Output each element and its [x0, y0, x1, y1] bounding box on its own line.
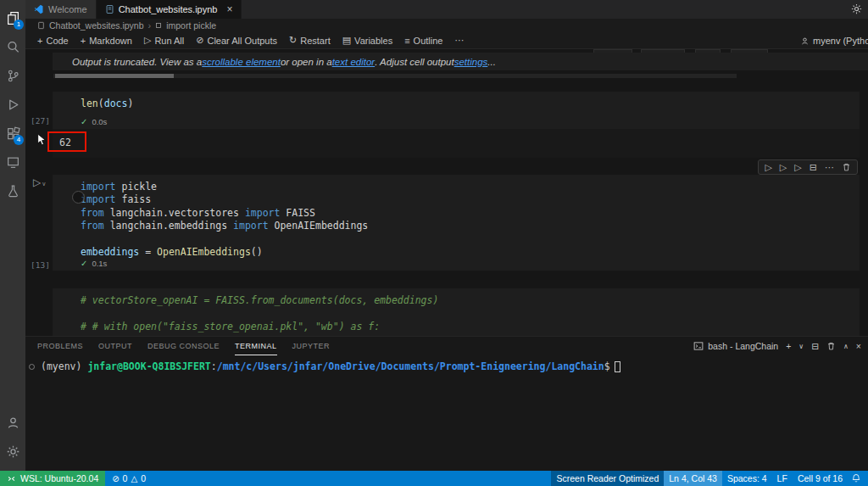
execute-above-icon[interactable]: ▷ [780, 162, 787, 173]
notebook-editor: Output is truncated. View as a scrollabl… [25, 49, 868, 336]
screen-reader-status[interactable]: Screen Reader Optimized [551, 471, 664, 486]
eol-status[interactable]: LF [772, 471, 793, 486]
panel-tab-debug-console[interactable]: DEBUG CONSOLE [147, 337, 220, 355]
code-cell-len-docs[interactable]: len(docs) ✓ 0.0s [53, 92, 860, 129]
breadcrumb-separator: › [148, 20, 152, 31]
vscode-logo-icon [34, 4, 44, 14]
breadcrumb-symbol[interactable]: import pickle [166, 20, 216, 31]
split-terminal-icon[interactable]: ⊟ [811, 341, 819, 351]
more-actions-icon[interactable]: ⋯ [825, 162, 834, 173]
breadcrumb[interactable]: Chatbot_websites.ipynb › import pickle [25, 19, 868, 32]
panel-tab-output[interactable]: OUTPUT [98, 337, 132, 355]
new-terminal-icon[interactable]: + [786, 341, 791, 351]
execute-below-icon[interactable]: ▷ [794, 162, 801, 173]
accounts-icon[interactable] [0, 408, 25, 437]
remote-label: WSL: Ubuntu-20.04 [20, 473, 98, 483]
restart-icon: ↻ [289, 35, 297, 46]
remote-indicator-icon [7, 474, 16, 483]
activity-bar: 1 4 [0, 0, 25, 471]
scrollable-element-link[interactable]: scrollable element [202, 57, 281, 67]
variables-button[interactable]: ▤ Variables [342, 35, 392, 46]
clear-icon: ⊘ [196, 35, 203, 46]
cell-position-status[interactable]: Cell 9 of 16 [793, 471, 848, 486]
execution-duration: 0.0s [92, 117, 107, 126]
extensions-icon[interactable]: 4 [0, 119, 25, 148]
scrollbar-thumb[interactable] [55, 74, 174, 78]
more-actions-button[interactable]: ⋯ [454, 35, 464, 46]
code-lines[interactable]: import pickleimport faissfrom langchain.… [81, 181, 368, 259]
error-icon: ⊘ [112, 474, 119, 483]
activity-bar-bottom [0, 408, 25, 466]
button-label: Outline [414, 36, 443, 46]
notebook-toolbar: + Code + Markdown ▷ Run All ⊘ Clear All … [25, 32, 868, 49]
remote-explorer-icon[interactable] [0, 148, 25, 176]
editor-tab-bar: Welcome Chatbot_websites.ipynb × [25, 0, 868, 19]
close-panel-icon[interactable]: × [856, 341, 861, 351]
chevron-down-icon[interactable]: ∨ [798, 343, 804, 350]
add-code-cell-button[interactable]: + Code [37, 36, 69, 46]
search-icon[interactable] [0, 32, 25, 61]
restart-kernel-button[interactable]: ↻ Restart [289, 35, 331, 46]
code-lines[interactable]: len(docs) [81, 98, 133, 110]
indentation-status[interactable]: Spaces: 4 [722, 471, 772, 486]
outline-icon: ≡ [404, 36, 409, 46]
terminal-selector[interactable]: bash - LangChain [693, 341, 778, 351]
ellipsis-icon: ⋯ [454, 35, 464, 46]
cell-output: 62 [53, 129, 860, 158]
command-decoration-icon [29, 364, 35, 370]
testing-icon[interactable] [0, 176, 25, 205]
panel-tab-terminal[interactable]: TERMINAL [235, 337, 277, 355]
notifications-bell-icon[interactable] [848, 473, 868, 483]
tab-chatbot-websites[interactable]: Chatbot_websites.ipynb × [97, 0, 242, 19]
kernel-label: myenv (Pytho [813, 36, 868, 46]
button-label: Code [46, 36, 68, 46]
tab-close-icon[interactable]: × [226, 3, 232, 15]
problems-summary[interactable]: ⊘ 0 △ 0 [112, 473, 146, 483]
manage-gear-icon[interactable] [0, 437, 25, 466]
panel-tab-problems[interactable]: PROBLEMS [37, 337, 83, 355]
warning-count: 0 [141, 473, 146, 483]
tab-welcome[interactable]: Welcome [25, 0, 97, 19]
outline-button[interactable]: ≡ Outline [404, 36, 442, 46]
maximize-panel-icon[interactable]: ∧ [843, 343, 849, 350]
variables-icon: ▤ [342, 35, 351, 46]
breadcrumb-file[interactable]: Chatbot_websites.ipynb [49, 20, 144, 31]
remote-indicator[interactable]: WSL: Ubuntu-20.04 [0, 471, 105, 486]
explorer-icon[interactable]: 1 [0, 3, 25, 32]
plus-icon: + [81, 36, 86, 46]
terminal-icon [693, 341, 704, 351]
vscode-window: 1 4 [0, 0, 868, 486]
terminal-user-host: jnfar@BOOK-Q8IBSJFERT [87, 360, 210, 372]
bottom-panel: PROBLEMS OUTPUT DEBUG CONSOLE TERMINAL J… [25, 336, 868, 471]
warning-icon: △ [131, 474, 137, 483]
settings-gear-icon[interactable] [850, 3, 863, 15]
add-markdown-cell-button[interactable]: + Markdown [81, 36, 132, 46]
split-cell-icon[interactable]: ⊟ [810, 162, 817, 173]
tab-label: Chatbot_websites.ipynb [119, 4, 218, 14]
plus-icon: + [37, 36, 42, 46]
run-all-button[interactable]: ▷ Run All [144, 35, 184, 46]
source-control-icon[interactable] [0, 61, 25, 90]
kernel-picker[interactable]: myenv (Pytho [800, 32, 868, 49]
execute-cell-icon[interactable]: ▷ [765, 162, 771, 173]
kill-terminal-icon[interactable] [826, 341, 836, 351]
terminal-prompt-line[interactable]: (myenv) jnfar@BOOK-Q8IBSJFERT : /mnt/c/U… [29, 360, 620, 372]
clear-all-outputs-button[interactable]: ⊘ Clear All Outputs [196, 35, 277, 46]
text-editor-link[interactable]: text editor [332, 57, 376, 67]
red-annotation-box [47, 131, 86, 152]
run-cell-button[interactable]: ▷ ∨ [33, 176, 46, 188]
cursor-position-status[interactable]: Ln 4, Col 43 [664, 471, 722, 486]
notebook-icon [37, 21, 45, 30]
panel-tab-jupyter[interactable]: JUPYTER [292, 337, 331, 355]
code-cell-imports[interactable]: import pickleimport faissfrom langchain.… [53, 175, 860, 271]
settings-link[interactable]: settings [454, 57, 488, 67]
terminal-cursor [615, 361, 620, 372]
code-lines[interactable]: # vectorStore_openAI = FAISS.from_docume… [81, 294, 438, 333]
output-horizontal-scrollbar[interactable] [53, 74, 737, 78]
chevron-down-icon: ∨ [42, 181, 46, 187]
truncation-text: Output is truncated. View as a [72, 57, 202, 67]
run-debug-icon[interactable] [0, 90, 25, 119]
click-indicator [72, 191, 85, 204]
code-cell-comments[interactable]: # vectorStore_openAI = FAISS.from_docume… [53, 288, 860, 336]
delete-cell-icon[interactable] [842, 162, 851, 172]
